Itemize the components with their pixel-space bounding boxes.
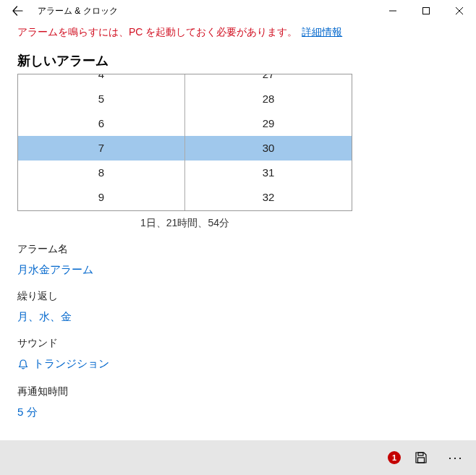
minute-item[interactable]: 27 <box>185 74 352 87</box>
save-button[interactable] <box>404 440 438 475</box>
hour-item[interactable]: 5 <box>18 87 184 111</box>
hour-item[interactable]: 4 <box>18 74 184 87</box>
maximize-icon <box>422 7 430 14</box>
sound-value-text: トランジション <box>33 357 109 371</box>
close-icon <box>456 7 463 14</box>
sound-label: サウンド <box>17 337 459 350</box>
minute-item[interactable]: 33 <box>185 210 352 211</box>
hour-item[interactable]: 9 <box>18 185 184 210</box>
close-button[interactable] <box>443 0 476 22</box>
minute-item[interactable]: 31 <box>185 161 352 185</box>
arrow-left-icon <box>12 5 23 17</box>
back-button[interactable] <box>0 0 35 22</box>
hour-item[interactable]: 10 <box>18 210 184 211</box>
repeat-value[interactable]: 月、水、金 <box>17 310 72 324</box>
svg-rect-1 <box>418 453 423 455</box>
time-picker[interactable]: 45678910 27282930313233 <box>17 74 352 211</box>
snooze-label: 再通知時間 <box>17 385 459 398</box>
time-until-label: 1日、21時間、54分 <box>17 217 352 230</box>
save-icon <box>415 451 428 464</box>
window-title: アラーム & クロック <box>38 5 118 17</box>
minute-item[interactable]: 32 <box>185 185 352 210</box>
snooze-value[interactable]: 5 分 <box>17 406 38 419</box>
minute-column[interactable]: 27282930313233 <box>184 74 352 210</box>
minute-item[interactable]: 30 <box>185 136 352 161</box>
hour-item[interactable]: 6 <box>18 111 184 136</box>
command-bar: 1 ··· <box>0 440 476 475</box>
minute-item[interactable]: 28 <box>185 87 352 111</box>
hour-column[interactable]: 45678910 <box>18 74 184 210</box>
minimize-icon <box>389 7 396 14</box>
svg-rect-2 <box>418 458 425 463</box>
maximize-button[interactable] <box>409 0 443 22</box>
page-title: 新しいアラーム <box>17 52 459 69</box>
minute-item[interactable]: 29 <box>185 111 352 136</box>
hour-item[interactable]: 7 <box>18 136 184 161</box>
more-button[interactable]: ··· <box>438 440 473 475</box>
minimize-button[interactable] <box>376 0 409 22</box>
annotation-badge: 1 <box>388 451 401 464</box>
repeat-label: 繰り返し <box>17 290 459 303</box>
info-bar: アラームを鳴らすには、PC を起動しておく必要があります。 詳細情報 <box>0 22 476 45</box>
ellipsis-icon: ··· <box>448 451 463 464</box>
svg-rect-0 <box>423 8 430 14</box>
sound-value[interactable]: トランジション <box>17 357 109 371</box>
info-link[interactable]: 詳細情報 <box>302 26 342 38</box>
hour-item[interactable]: 8 <box>18 161 184 185</box>
bell-icon <box>17 359 29 370</box>
alarm-name-value[interactable]: 月水金アラーム <box>17 263 93 277</box>
info-message: アラームを鳴らすには、PC を起動しておく必要があります。 <box>17 26 297 38</box>
alarm-name-label: アラーム名 <box>17 243 459 256</box>
